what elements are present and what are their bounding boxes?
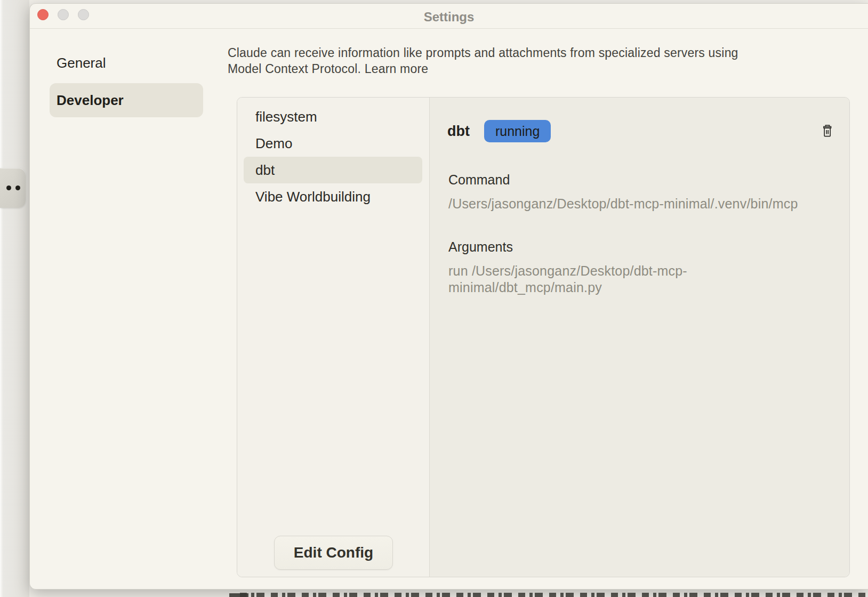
- server-item-vibe-worldbuilding[interactable]: Vibe Worldbuilding: [237, 183, 429, 210]
- status-badge: running: [484, 120, 551, 142]
- edit-config-button[interactable]: Edit Config: [274, 536, 393, 570]
- clipped-background-text: [240, 593, 868, 597]
- arguments-value-line: minimal/dbt_mcp/main.py: [448, 279, 687, 296]
- titlebar[interactable]: Settings: [30, 4, 868, 29]
- server-detail-header: dbt running: [447, 119, 551, 143]
- drag-handle-dot-icon: [6, 185, 11, 190]
- command-value: /Users/jasonganz/Desktop/dbt-mcp-minimal…: [448, 196, 798, 212]
- drag-handle-dot-icon: [15, 185, 20, 190]
- desktop-screen: Settings General Developer Claude can re…: [0, 0, 868, 597]
- server-detail-name: dbt: [447, 123, 470, 140]
- server-item-filesystem[interactable]: filesystem: [237, 103, 429, 130]
- learn-more-link[interactable]: Learn more: [365, 62, 429, 76]
- delete-server-button[interactable]: [822, 124, 833, 138]
- server-item-demo[interactable]: Demo: [237, 130, 429, 157]
- server-list: filesystem Demo dbt Vibe Worldbuilding: [237, 98, 429, 210]
- server-detail-pane: dbt running Command /Users/jasonganz/Des…: [429, 98, 849, 577]
- sidebar-item-label: Developer: [57, 92, 124, 109]
- sidebar-item-general[interactable]: General: [57, 55, 106, 71]
- mcp-servers-panel: filesystem Demo dbt Vibe Worldbuilding E…: [237, 97, 850, 577]
- description-line: Claude can receive information like prom…: [228, 45, 738, 61]
- description-line: Model Context Protocol. Learn more: [228, 61, 738, 77]
- arguments-label: Arguments: [448, 239, 513, 255]
- arguments-value-line: run /Users/jasonganz/Desktop/dbt-mcp-: [448, 263, 687, 279]
- server-list-column: filesystem Demo dbt Vibe Worldbuilding E…: [237, 98, 429, 577]
- settings-window: Settings General Developer Claude can re…: [29, 3, 868, 590]
- sidebar-item-developer[interactable]: Developer: [50, 83, 203, 117]
- background-window-strip: [0, 0, 29, 597]
- command-label: Command: [448, 172, 510, 188]
- edge-drag-handle[interactable]: [0, 168, 26, 208]
- trash-icon: [822, 124, 833, 138]
- arguments-value: run /Users/jasonganz/Desktop/dbt-mcp- mi…: [448, 263, 687, 296]
- window-title: Settings: [30, 10, 868, 25]
- mcp-description: Claude can receive information like prom…: [228, 45, 738, 77]
- server-item-dbt[interactable]: dbt: [244, 157, 422, 183]
